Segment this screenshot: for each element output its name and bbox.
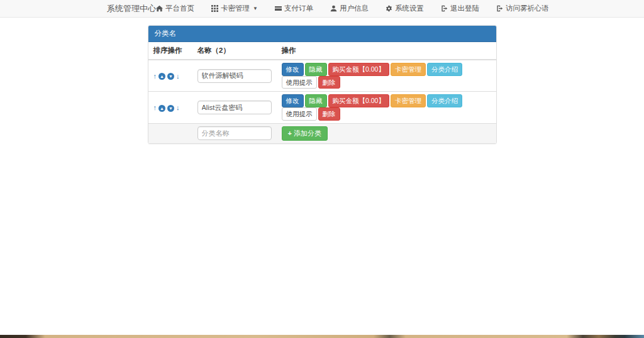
background-image-strip [0, 335, 644, 338]
nav-item-card-management[interactable]: 卡密管理 ▼ [211, 4, 258, 13]
move-down-button[interactable]: ▼ [167, 72, 174, 80]
column-header-sort: 排序操作 [148, 42, 192, 60]
nav-item-label: 平台首页 [165, 4, 194, 13]
category-name-input[interactable] [197, 69, 272, 83]
chevron-down-circle-icon: ▼ [167, 105, 174, 112]
column-header-name: 名称（2） [192, 42, 277, 60]
category-name-input[interactable] [197, 101, 272, 114]
nav-item-label: 退出登陆 [450, 4, 479, 13]
new-category-name-input[interactable] [197, 126, 272, 140]
nav-item-label: 访问雾祈心语 [506, 4, 549, 13]
delete-button[interactable]: 删除 [318, 76, 340, 89]
card-management-button[interactable]: 卡密管理 [391, 63, 426, 76]
chevron-down-icon: ▼ [253, 6, 258, 11]
nav-item-home[interactable]: 平台首页 [156, 4, 194, 13]
panel-title: 分类名 [148, 26, 496, 42]
card-management-button[interactable]: 卡密管理 [391, 94, 426, 107]
usage-tips-button[interactable]: 使用提示 [282, 76, 317, 89]
edit-button[interactable]: 修改 [282, 94, 304, 107]
hide-button[interactable]: 隐藏 [305, 94, 327, 107]
edit-button[interactable]: 修改 [282, 63, 304, 76]
delete-button[interactable]: 删除 [318, 107, 340, 121]
sign-out-icon [496, 5, 503, 12]
add-category-label: 添加分类 [294, 129, 321, 137]
app-title: 系统管理中心 [107, 3, 156, 14]
top-navbar: 系统管理中心 平台首页 卡密管理 ▼ 支付订单 [0, 0, 644, 18]
table-row: ↑▲▼↓ 修改隐藏购买金额【0.00】卡密管理分类介绍使用提示删除 [148, 92, 496, 123]
category-intro-button[interactable]: 分类介绍 [427, 63, 462, 76]
nav-item-system-settings[interactable]: 系统设置 [386, 4, 424, 13]
move-top-button[interactable]: ↑ [153, 72, 157, 80]
purchase-amount-button[interactable]: 购买金额【0.00】 [328, 63, 389, 76]
nav-item-label: 用户信息 [340, 4, 369, 13]
move-bottom-button[interactable]: ↓ [176, 72, 180, 80]
nav-item-logout[interactable]: 退出登陆 [441, 4, 479, 13]
table-header-row: 排序操作 名称（2） 操作 [148, 42, 496, 60]
move-down-button[interactable]: ▼ [167, 104, 174, 112]
sign-out-icon [441, 5, 448, 12]
chevron-down-circle-icon: ▼ [167, 73, 174, 80]
nav-item-visit-site[interactable]: 访问雾祈心语 [496, 4, 549, 13]
add-category-button[interactable]: +添加分类 [282, 126, 328, 141]
add-category-row: +添加分类 [148, 123, 496, 143]
nav-item-payment-orders[interactable]: 支付订单 [275, 4, 313, 13]
category-panel: 分类名 排序操作 名称（2） 操作 ↑▲▼↓ 修改隐藏购买金额【0.00】卡密管… [148, 25, 497, 144]
usage-tips-button[interactable]: 使用提示 [282, 107, 317, 121]
grid-icon [211, 5, 218, 12]
hide-button[interactable]: 隐藏 [305, 63, 327, 76]
nav-item-label: 支付订单 [284, 4, 313, 13]
table-row: ↑▲▼↓ 修改隐藏购买金额【0.00】卡密管理分类介绍使用提示删除 [148, 60, 496, 92]
chevron-up-circle-icon: ▲ [158, 105, 165, 112]
move-bottom-button[interactable]: ↓ [176, 104, 180, 111]
user-icon [330, 5, 337, 12]
home-icon [156, 5, 163, 12]
gear-icon [386, 5, 392, 12]
purchase-amount-button[interactable]: 购买金额【0.00】 [328, 94, 389, 107]
category-table: 排序操作 名称（2） 操作 ↑▲▼↓ 修改隐藏购买金额【0.00】卡密管理分类介… [148, 42, 496, 143]
column-header-actions: 操作 [277, 42, 496, 60]
move-top-button[interactable]: ↑ [153, 104, 157, 111]
category-intro-button[interactable]: 分类介绍 [427, 94, 462, 107]
nav-item-label: 卡密管理 [221, 4, 250, 13]
plus-icon: + [288, 129, 292, 137]
nav-item-label: 系统设置 [395, 4, 424, 13]
nav-item-user-info[interactable]: 用户信息 [330, 4, 369, 13]
move-up-button[interactable]: ▲ [158, 104, 165, 112]
main-nav: 平台首页 卡密管理 ▼ 支付订单 用户信息 [156, 4, 549, 13]
credit-card-icon [275, 5, 282, 12]
move-up-button[interactable]: ▲ [158, 72, 165, 80]
chevron-up-circle-icon: ▲ [158, 73, 165, 80]
